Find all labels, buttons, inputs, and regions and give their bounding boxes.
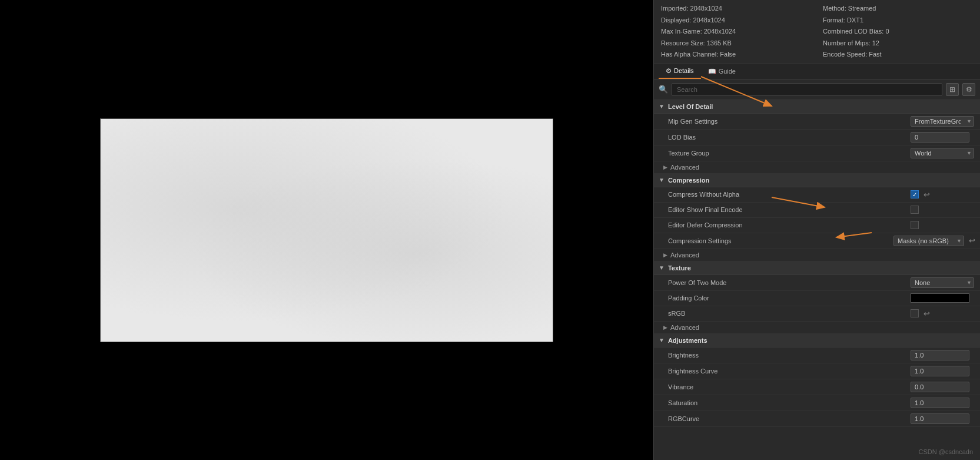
rgb-curve-value: 1.0 bbox=[911, 413, 975, 424]
compression-settings-label: Compression Settings bbox=[668, 237, 893, 244]
prop-row-mip-gen: Mip Gen Settings FromTextureGroup ▼ bbox=[654, 114, 980, 130]
rgb-curve-label: RGBCurve bbox=[668, 415, 911, 422]
section-header-compression[interactable]: ▼ Compression bbox=[654, 174, 980, 187]
brightness-value: 1.0 bbox=[911, 350, 975, 360]
padding-color-swatch[interactable] bbox=[911, 293, 969, 303]
texture-preview bbox=[100, 118, 553, 342]
lod-section-title: Level Of Detail bbox=[668, 103, 713, 110]
prop-row-saturation: Saturation 1.0 bbox=[654, 395, 980, 411]
resource-size-label: Resource Size: 1365 KB bbox=[661, 38, 811, 49]
brightness-curve-number: 1.0 bbox=[911, 366, 969, 376]
texture-group-dropdown-wrapper: World ▼ bbox=[911, 148, 974, 158]
section-header-texture[interactable]: ▼ Texture bbox=[654, 262, 980, 275]
editor-show-final-checkbox[interactable] bbox=[911, 206, 919, 214]
prop-row-compress-without-alpha: Compress Without Alpha ✓ ↩ bbox=[654, 187, 980, 203]
displayed-label: Displayed: 2048x1024 bbox=[661, 15, 811, 26]
compression-advanced-chevron: ▶ bbox=[663, 252, 667, 258]
power-of-two-value: None ▼ bbox=[911, 277, 975, 288]
format-label: Format: DXT1 bbox=[823, 15, 973, 26]
grid-view-button[interactable]: ⊞ bbox=[946, 83, 959, 96]
vibrance-number: 0.0 bbox=[911, 382, 969, 392]
vibrance-value: 0.0 bbox=[911, 382, 975, 392]
texture-group-value: World ▼ bbox=[911, 148, 975, 158]
prop-row-lod-bias: LOD Bias 0 bbox=[654, 130, 980, 145]
lod-bias-value: 0 bbox=[911, 132, 975, 143]
adjustments-chevron-icon: ▼ bbox=[659, 337, 665, 343]
rgb-curve-number: 1.0 bbox=[911, 413, 969, 424]
editor-defer-checkbox[interactable] bbox=[911, 221, 919, 229]
mip-gen-label: Mip Gen Settings bbox=[668, 118, 911, 125]
tab-guide-label: Guide bbox=[719, 68, 736, 75]
padding-color-label: Padding Color bbox=[668, 294, 911, 302]
compression-chevron-icon: ▼ bbox=[659, 177, 665, 183]
srgb-checkbox[interactable] bbox=[911, 309, 919, 317]
compress-without-alpha-value: ✓ ↩ bbox=[911, 190, 975, 199]
brightness-number: 1.0 bbox=[911, 350, 969, 360]
mips-label: Number of Mips: 12 bbox=[823, 38, 973, 49]
compress-without-alpha-check: ✓ bbox=[912, 191, 917, 198]
srgb-value: ↩ bbox=[911, 309, 975, 318]
texture-advanced-header[interactable]: ▶ Advanced bbox=[654, 322, 980, 334]
compress-alpha-reset-btn[interactable]: ↩ bbox=[923, 190, 930, 199]
power-of-two-dropdown[interactable]: None bbox=[911, 277, 974, 288]
lod-chevron-icon: ▼ bbox=[659, 103, 665, 110]
viewport bbox=[0, 0, 653, 460]
compress-without-alpha-label: Compress Without Alpha bbox=[668, 191, 911, 198]
mip-gen-dropdown-wrapper: FromTextureGroup ▼ bbox=[911, 116, 974, 127]
brightness-curve-label: Brightness Curve bbox=[668, 368, 911, 375]
section-header-adjustments[interactable]: ▼ Adjustments bbox=[654, 334, 980, 348]
lod-bias-text: 0 bbox=[911, 132, 969, 143]
method-label: Method: Streamed bbox=[823, 4, 973, 14]
compress-without-alpha-checkbox[interactable]: ✓ bbox=[911, 190, 919, 198]
encode-speed-label: Encode Speed: Fast bbox=[823, 49, 973, 60]
compression-advanced-header[interactable]: ▶ Advanced bbox=[654, 249, 980, 262]
prop-row-editor-show-final: Editor Show Final Encode bbox=[654, 203, 980, 218]
search-icon: 🔍 bbox=[659, 85, 668, 94]
watermark: CSDN @csdncadn bbox=[919, 448, 973, 455]
compression-settings-reset[interactable]: ↩ bbox=[969, 236, 975, 245]
mip-gen-dropdown[interactable]: FromTextureGroup bbox=[911, 116, 974, 127]
lod-advanced-header[interactable]: ▶ Advanced bbox=[654, 161, 980, 174]
editor-show-final-label: Editor Show Final Encode bbox=[668, 206, 911, 213]
imported-label: Imported: 2048x1024 bbox=[661, 4, 811, 14]
section-header-lod[interactable]: ▼ Level Of Detail bbox=[654, 100, 980, 114]
compression-settings-value: Masks (no sRGB) ▼ ↩ bbox=[893, 236, 975, 246]
right-panel: Imported: 2048x1024 Method: Streamed Dis… bbox=[653, 0, 980, 460]
settings-button[interactable]: ⚙ bbox=[962, 83, 975, 96]
compression-settings-dropdown[interactable]: Masks (no sRGB) bbox=[893, 236, 964, 246]
tab-details[interactable]: ⚙ Details bbox=[659, 64, 701, 79]
prop-row-editor-defer: Editor Defer Compression bbox=[654, 218, 980, 233]
panel-content[interactable]: ▼ Level Of Detail Mip Gen Settings FromT… bbox=[654, 100, 980, 460]
editor-defer-label: Editor Defer Compression bbox=[668, 221, 911, 229]
lod-advanced-chevron: ▶ bbox=[663, 164, 667, 170]
padding-color-value bbox=[911, 293, 975, 303]
info-bar: Imported: 2048x1024 Method: Streamed Dis… bbox=[654, 0, 980, 64]
search-input[interactable] bbox=[672, 83, 942, 96]
search-bar: 🔍 ⊞ ⚙ bbox=[654, 80, 980, 100]
texture-section-title: Texture bbox=[668, 264, 691, 272]
adjustments-section-title: Adjustments bbox=[668, 337, 707, 344]
saturation-label: Saturation bbox=[668, 399, 911, 406]
prop-row-rgb-curve: RGBCurve 1.0 bbox=[654, 411, 980, 427]
brightness-curve-value: 1.0 bbox=[911, 366, 975, 376]
srgb-reset-btn[interactable]: ↩ bbox=[923, 309, 930, 318]
tab-guide[interactable]: 📖 Guide bbox=[701, 64, 743, 79]
prop-row-brightness-curve: Brightness Curve 1.0 bbox=[654, 363, 980, 379]
compression-advanced-label: Advanced bbox=[670, 251, 699, 259]
tab-details-label: Details bbox=[674, 67, 694, 74]
texture-group-dropdown[interactable]: World bbox=[911, 148, 974, 158]
saturation-number: 1.0 bbox=[911, 398, 969, 408]
tab-bar: ⚙ Details 📖 Guide bbox=[654, 64, 980, 80]
prop-row-vibrance: Vibrance 0.0 bbox=[654, 379, 980, 395]
texture-chevron-icon: ▼ bbox=[659, 264, 665, 271]
max-in-game-label: Max In-Game: 2048x1024 bbox=[661, 27, 811, 37]
srgb-label: sRGB bbox=[668, 310, 911, 317]
prop-row-texture-group: Texture Group World ▼ bbox=[654, 145, 980, 161]
texture-advanced-chevron: ▶ bbox=[663, 325, 667, 330]
vibrance-label: Vibrance bbox=[668, 383, 911, 390]
power-of-two-label: Power Of Two Mode bbox=[668, 279, 911, 286]
prop-row-padding-color: Padding Color bbox=[654, 291, 980, 306]
prop-row-brightness: Brightness 1.0 bbox=[654, 348, 980, 363]
texture-group-label: Texture Group bbox=[668, 150, 911, 157]
texture-advanced-label: Advanced bbox=[670, 324, 699, 331]
